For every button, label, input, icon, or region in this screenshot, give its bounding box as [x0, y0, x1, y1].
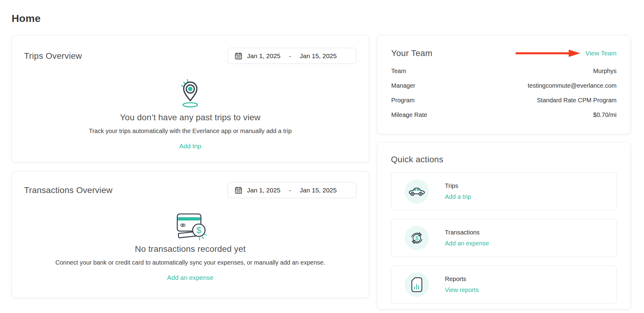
trips-overview-card: Trips Overview [12, 35, 369, 162]
team-row-value: $0.70/mi [593, 111, 617, 118]
quick-action-text: Transactions Add an expense [445, 229, 489, 247]
reports-icon-circle [405, 273, 429, 297]
car-icon [408, 185, 426, 198]
team-row: Manager testingcommute@everlance.com [391, 78, 617, 93]
add-a-trip-link[interactable]: Add a trip [445, 193, 471, 200]
team-row: Mileage Rate $0.70/mi [391, 107, 617, 122]
team-row-value: testingcommute@everlance.com [528, 82, 617, 89]
trips-overview-title: Trips Overview [24, 51, 82, 61]
location-pin-icon [176, 77, 205, 109]
credit-card-dollar-icon: $ [171, 212, 209, 241]
transactions-overview-title: Transactions Overview [24, 185, 113, 195]
main-layout: Trips Overview [12, 35, 631, 309]
trips-overview-header: Trips Overview [24, 48, 356, 64]
quick-action-text: Reports View reports [445, 276, 479, 294]
quick-action-title: Trips [445, 182, 471, 189]
team-row-value: Murphys [593, 68, 617, 75]
date-range-separator: - [289, 52, 291, 60]
transactions-date-range-picker[interactable]: Jan 1, 2025 - Jan 15, 2025 [227, 182, 356, 198]
team-row: Program Standard Rate CPM Program [391, 93, 617, 107]
your-team-header-right: View Team [516, 49, 617, 57]
view-team-link[interactable]: View Team [585, 50, 617, 57]
transactions-overview-card: Transactions Overview [12, 171, 369, 298]
page-title: Home [12, 12, 631, 24]
team-row-value: Standard Rate CPM Program [537, 97, 617, 104]
your-team-header: Your Team View Team [391, 48, 617, 58]
quick-action-title: Transactions [445, 229, 489, 236]
calendar-icon [234, 52, 242, 60]
sync-dollar-icon: $ [409, 230, 425, 246]
team-row: Team Murphys [391, 64, 617, 78]
team-row-label: Mileage Rate [391, 111, 427, 118]
add-expense-link[interactable]: Add an expense [167, 274, 213, 281]
quick-actions-card: Quick actions [377, 142, 631, 309]
quick-action-reports: Reports View reports [391, 266, 617, 304]
trips-empty-heading: You don’t have any past trips to view [120, 113, 261, 122]
trips-empty-description: Track your trips automatically with the … [89, 128, 292, 135]
trips-empty-state: You don’t have any past trips to view Tr… [24, 77, 356, 150]
add-trip-link[interactable]: Add trip [179, 142, 201, 150]
svg-text:$: $ [415, 235, 418, 241]
trips-date-range-picker[interactable]: Jan 1, 2025 - Jan 15, 2025 [227, 48, 356, 64]
quick-action-trips: Trips Add a trip [391, 172, 617, 210]
quick-action-title: Reports [445, 276, 479, 283]
quick-actions-title: Quick actions [391, 155, 617, 164]
transactions-overview-header: Transactions Overview [24, 182, 356, 198]
transactions-icon-circle: $ [405, 226, 429, 250]
quick-action-text: Trips Add a trip [445, 182, 471, 200]
transactions-empty-state: $ No transactions recorded yet Connect y… [24, 212, 356, 281]
report-document-icon [410, 276, 423, 293]
your-team-title: Your Team [391, 48, 432, 58]
red-arrow-annotation-icon [516, 49, 580, 57]
calendar-icon [234, 186, 242, 194]
transactions-empty-description: Connect your bank or credit card to auto… [55, 259, 325, 266]
date-range-start: Jan 1, 2025 [247, 187, 281, 194]
quick-action-transactions: $ Transactions Add an expense [391, 219, 617, 257]
add-an-expense-link[interactable]: Add an expense [445, 240, 489, 247]
date-range-start: Jan 1, 2025 [247, 52, 281, 60]
your-team-rows: Team Murphys Manager testingcommute@ever… [391, 64, 617, 122]
right-column: Your Team View Team Team [377, 35, 631, 309]
team-row-label: Program [391, 97, 415, 104]
trips-icon-circle [405, 179, 429, 204]
view-reports-link[interactable]: View reports [445, 287, 479, 294]
team-row-label: Manager [391, 82, 415, 89]
left-column: Trips Overview [12, 35, 369, 298]
home-page: Home Trips Overview [0, 0, 644, 309]
your-team-card: Your Team View Team Team [377, 35, 631, 134]
date-range-separator: - [289, 187, 291, 194]
date-range-end: Jan 15, 2025 [300, 187, 337, 194]
team-row-label: Team [391, 68, 406, 75]
svg-text:$: $ [196, 225, 201, 235]
date-range-end: Jan 15, 2025 [300, 52, 337, 60]
transactions-empty-heading: No transactions recorded yet [135, 244, 246, 254]
